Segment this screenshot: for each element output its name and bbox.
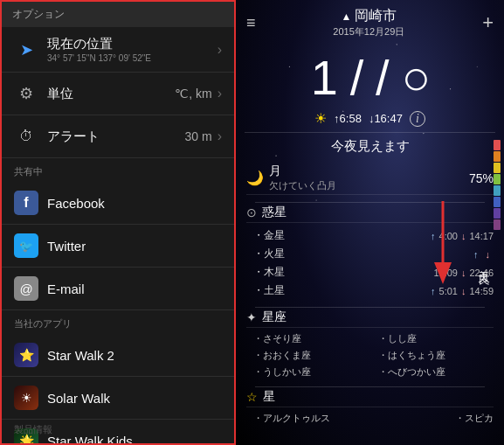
color-bar bbox=[494, 151, 501, 162]
chevron-icon: › bbox=[217, 129, 222, 144]
planet-times: ↑ 5:01 ↓ 14:59 bbox=[431, 286, 494, 296]
star-icon: ☆ bbox=[246, 390, 258, 404]
planet-times: ↑ ↓ bbox=[473, 249, 494, 260]
constellation-item: ・しし座 bbox=[378, 331, 494, 346]
units-label: 単位 bbox=[47, 86, 175, 102]
alert-icon: ⏱ bbox=[14, 124, 38, 149]
constellation-item: ・さそり座 bbox=[253, 331, 369, 346]
city-label: 岡崎市 bbox=[355, 7, 397, 25]
moon-name-group: 🌙 月 欠けていく凸月 bbox=[246, 163, 336, 192]
planet-name: ・金星 bbox=[253, 228, 297, 243]
planet-rows: ・金星 ↑ 4:00 ↓ 14:17 ・火星 ↑ ↓ ・木星 11:09 ↓ 2… bbox=[246, 226, 494, 300]
moon-percent: 75% bbox=[469, 171, 494, 185]
weather-header: ≡ ▲ 岡崎市 2015年12月29日 + bbox=[236, 0, 504, 40]
left-panel: オプション ➤ 現在の位置 34° 57' 15"N 137° 09' 52"E… bbox=[0, 0, 236, 445]
constellation-item: ・へびつかい座 bbox=[378, 365, 494, 379]
facebook-label: Facebook bbox=[47, 196, 222, 211]
chevron-icon: › bbox=[217, 42, 222, 58]
stars-header: ☆ 星 bbox=[246, 387, 494, 407]
facebook-item[interactable]: f Facebook bbox=[2, 182, 234, 225]
starwalkkids-label: Star Walk Kids bbox=[47, 434, 222, 446]
starwalk2-label: Star Walk 2 bbox=[47, 348, 222, 363]
color-bar bbox=[494, 208, 501, 219]
set-time: 22:46 bbox=[469, 268, 494, 278]
twitter-label: Twitter bbox=[47, 239, 222, 254]
location-item[interactable]: ➤ 現在の位置 34° 57' 15"N 137° 09' 52"E › bbox=[2, 27, 234, 73]
moon-icon: 🌙 bbox=[246, 170, 264, 186]
color-bar bbox=[494, 185, 501, 196]
planet-times: 11:09 ↓ 22:46 bbox=[430, 268, 494, 278]
sunset-time: ↓16:47 bbox=[369, 112, 403, 125]
hamburger-icon[interactable]: ≡ bbox=[246, 14, 256, 32]
color-bar bbox=[494, 140, 501, 150]
tonight-label: 今夜見えます bbox=[246, 138, 494, 155]
sunrise-icon: ☀ bbox=[314, 110, 327, 127]
units-icon: ⚙ bbox=[14, 81, 38, 106]
add-button[interactable]: + bbox=[482, 11, 494, 34]
city-info: ▲ 岡崎市 2015年12月29日 bbox=[256, 7, 483, 38]
planet-row: ・金星 ↑ 4:00 ↓ 14:17 bbox=[253, 226, 494, 245]
stars-name-group: ☆ 星 bbox=[246, 389, 275, 405]
twitter-icon: 🐦 bbox=[14, 233, 38, 258]
set-arrow-icon: ↓ bbox=[486, 249, 491, 260]
planets-header: ⊙ 惑星 bbox=[246, 203, 494, 223]
planet-row: ・土星 ↑ 5:01 ↓ 14:59 bbox=[253, 282, 494, 300]
email-item[interactable]: @ E-mail bbox=[2, 268, 234, 310]
info-icon[interactable]: i bbox=[410, 111, 425, 127]
rise-arrow-icon: ↑ bbox=[431, 286, 436, 296]
constellations-label: 星座 bbox=[262, 309, 287, 325]
constellations-header: ✦ 星座 bbox=[246, 308, 494, 328]
solarwalk-label: Solar Walk bbox=[47, 391, 222, 406]
rise-arrow-icon: ↑ bbox=[431, 231, 436, 241]
set-arrow-icon: ↓ bbox=[461, 268, 466, 278]
star-left: ・アルクトゥルス bbox=[253, 412, 330, 425]
units-value: ℃, km bbox=[175, 87, 211, 101]
rise-time: 11:09 bbox=[433, 268, 458, 278]
city-name: ▲ 岡崎市 bbox=[256, 7, 483, 25]
right-content: ≡ ▲ 岡崎市 2015年12月29日 + 1 / / ○ ☀ ↑6:58 bbox=[236, 0, 504, 445]
moon-phase: 欠けていく凸月 bbox=[269, 179, 336, 192]
star-rows: ・アルクトゥルス ・スピカ bbox=[246, 411, 494, 426]
temperature-display: 1 / / ○ bbox=[236, 40, 504, 107]
planet-row: ・木星 11:09 ↓ 22:46 bbox=[253, 263, 494, 282]
temperature-value: 1 / / ○ bbox=[236, 47, 504, 103]
nav-arrow-icon: ▲ bbox=[341, 10, 351, 23]
star-row: ・アルクトゥルス ・スピカ bbox=[253, 411, 494, 426]
constellation-icon: ✦ bbox=[246, 310, 257, 324]
alert-item[interactable]: ⏱ アラート 30 m › bbox=[2, 115, 234, 158]
solarwalk-item[interactable]: ☀ Solar Walk bbox=[2, 377, 234, 420]
twitter-item[interactable]: 🐦 Twitter bbox=[2, 225, 234, 268]
sunrise-row: ☀ ↑6:58 ↓16:47 i bbox=[236, 107, 504, 132]
sunrise-time: ↑6:58 bbox=[334, 112, 362, 125]
facebook-icon: f bbox=[14, 191, 38, 215]
stars-item: ☆ 星 ・アルクトゥルス ・スピカ bbox=[246, 387, 494, 426]
planet-times: ↑ 4:00 ↓ 14:17 bbox=[431, 231, 494, 241]
units-item[interactable]: ⚙ 単位 ℃, km › bbox=[2, 73, 234, 115]
email-icon: @ bbox=[14, 276, 38, 301]
planets-label: 惑星 bbox=[262, 205, 287, 220]
planet-name: ・木星 bbox=[253, 265, 297, 280]
email-label: E-mail bbox=[47, 282, 222, 296]
location-icon: ➤ bbox=[14, 38, 38, 62]
options-header: オプション bbox=[2, 2, 234, 27]
rise-arrow-icon: ↑ bbox=[473, 249, 479, 260]
location-label: 現在の位置 bbox=[47, 36, 217, 52]
constellation-item: ・おおくま座 bbox=[253, 348, 369, 363]
moon-name: 月 bbox=[269, 163, 336, 179]
product-info: 製品情報 bbox=[14, 423, 52, 436]
alert-label: アラート bbox=[47, 129, 185, 145]
right-panel: 良天 ≡ ▲ 岡崎市 2015年12月29日 + 1 / / bbox=[236, 0, 504, 445]
moon-header: 🌙 月 欠けていく凸月 75% bbox=[246, 162, 494, 195]
location-coords: 34° 57' 15"N 137° 09' 52"E bbox=[47, 53, 217, 63]
planet-name: ・土星 bbox=[253, 283, 297, 298]
set-arrow-icon: ↓ bbox=[461, 286, 466, 296]
rise-time: 5:01 bbox=[439, 286, 458, 296]
starwalk2-item[interactable]: ⭐ Star Walk 2 bbox=[2, 334, 234, 377]
own-apps-section-label: 当社のアプリ bbox=[2, 310, 234, 334]
color-bar bbox=[494, 197, 501, 207]
planet-row: ・火星 ↑ ↓ bbox=[253, 245, 494, 263]
constellation-grid: ・さそり座・しし座・おおくま座・はくちょう座・うしかい座・へびつかい座 bbox=[246, 331, 494, 379]
color-bar bbox=[494, 219, 501, 230]
planets-item: ⊙ 惑星 ・金星 ↑ 4:00 ↓ 14:17 ・火星 ↑ ↓ ・木星 11:0… bbox=[246, 203, 494, 300]
set-time: 14:59 bbox=[469, 286, 494, 296]
